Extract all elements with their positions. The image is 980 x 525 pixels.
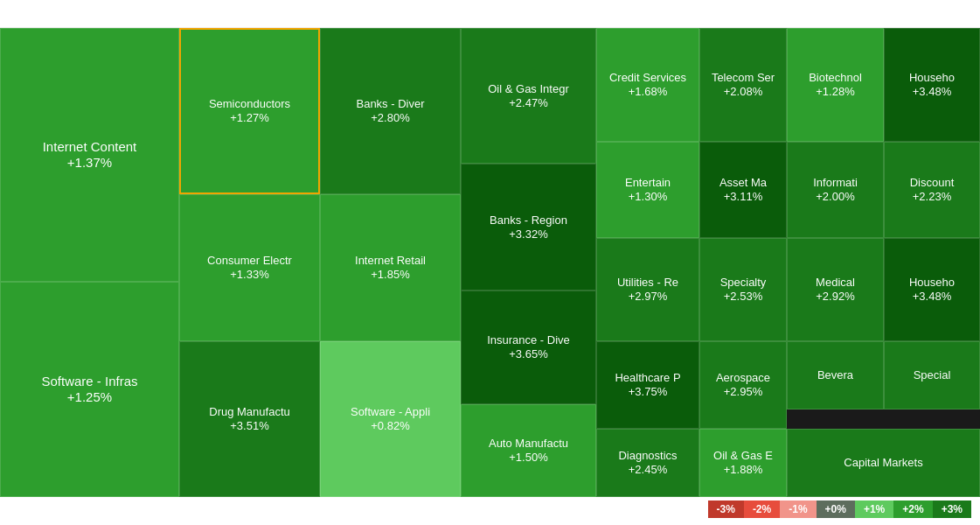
tile-househo[interactable]: Househo+3.48%: [884, 28, 980, 142]
treemap: Internet Content+1.37%Software - Infras+…: [0, 28, 980, 497]
tile-aerospace[interactable]: Aerospace+2.95%: [699, 341, 787, 429]
tile-internet-content[interactable]: Internet Content+1.37%: [0, 28, 179, 282]
tile-semiconductors[interactable]: Semiconductors+1.27%: [179, 28, 320, 194]
legend: -3%-2%-1%+0%+1%+2%+3%: [708, 500, 971, 518]
tile-value-credit-services: +1.68%: [629, 85, 667, 99]
tile-value-aerospace: +2.95%: [724, 385, 762, 399]
tile-bevera[interactable]: Bevera: [787, 341, 884, 410]
tile-name-informati: Informati: [813, 176, 858, 190]
legend-item: -2%: [744, 500, 780, 518]
tile-value-informati: +2.00%: [816, 190, 854, 204]
footer: -3%-2%-1%+0%+1%+2%+3%: [0, 497, 980, 525]
tile-name-medical: Medical: [816, 276, 855, 290]
legend-item: -1%: [780, 500, 816, 518]
tile-name-insurance-dive: Insurance - Dive: [487, 333, 570, 347]
tile-banks-diver[interactable]: Banks - Diver+2.80%: [320, 28, 461, 194]
tile-name-software-infras: Software - Infras: [41, 374, 137, 389]
tile-software-infras[interactable]: Software - Infras+1.25%: [0, 282, 179, 497]
legend-item: +1%: [855, 500, 893, 518]
tile-diagnostics[interactable]: Diagnostics+2.45%: [596, 429, 699, 497]
tile-value-oil-gas-e: +1.88%: [724, 463, 762, 477]
tile-value-banks-diver: +2.80%: [371, 111, 409, 125]
tile-name-diagnostics: Diagnostics: [618, 449, 677, 463]
tile-name-oil-gas-integr: Oil & Gas Integr: [488, 82, 568, 96]
tile-name-banks-diver: Banks - Diver: [356, 97, 424, 111]
tile-name-discount: Discount: [910, 176, 955, 190]
tile-name-telecom-ser: Telecom Ser: [712, 71, 775, 85]
tile-value-banks-region: +3.32%: [509, 228, 547, 242]
tile-value-auto-manufactu: +1.50%: [509, 451, 547, 465]
legend-item: +2%: [893, 500, 932, 518]
tile-telecom-ser[interactable]: Telecom Ser+2.08%: [699, 28, 787, 142]
tile-medical[interactable]: Medical+2.92%: [787, 238, 884, 341]
tile-value-utilities-re: +2.97%: [629, 290, 667, 304]
tile-oil-gas-e[interactable]: Oil & Gas E+1.88%: [699, 429, 787, 497]
tile-name-semiconductors: Semiconductors: [209, 97, 290, 111]
tile-value-telecom-ser: +2.08%: [724, 85, 762, 99]
tile-value-househo2: +3.48%: [913, 290, 951, 304]
tile-name-banks-region: Banks - Region: [490, 214, 567, 228]
tile-healthcare-p[interactable]: Healthcare P+3.75%: [596, 341, 699, 429]
tile-name-biotechnol: Biotechnol: [809, 71, 862, 85]
tile-name-credit-services: Credit Services: [609, 71, 686, 85]
tile-value-diagnostics: +2.45%: [629, 463, 667, 477]
tile-name-consumer-electr: Consumer Electr: [207, 254, 292, 268]
legend-item: -3%: [708, 500, 744, 518]
tile-value-healthcare-p: +3.75%: [629, 385, 667, 399]
tile-name-auto-manufactu: Auto Manufactu: [489, 437, 568, 451]
tile-househo2[interactable]: Househo+3.48%: [884, 238, 980, 341]
tile-value-entertain: +1.30%: [629, 190, 667, 204]
tile-special2[interactable]: Special: [884, 341, 980, 410]
tile-value-internet-retail: +1.85%: [371, 268, 409, 282]
tile-drug-manufactu[interactable]: Drug Manufactu+3.51%: [179, 341, 320, 497]
tile-value-biotechnol: +1.28%: [816, 85, 854, 99]
tile-name-asset-ma: Asset Ma: [719, 176, 767, 190]
tile-capital-markets[interactable]: Capital Markets: [787, 429, 980, 497]
tile-banks-region[interactable]: Banks - Region+3.32%: [461, 164, 596, 290]
tile-internet-retail[interactable]: Internet Retail+1.85%: [320, 194, 461, 341]
tile-consumer-electr[interactable]: Consumer Electr+1.33%: [179, 194, 320, 341]
tile-oil-gas-integr[interactable]: Oil & Gas Integr+2.47%: [461, 28, 596, 164]
tile-name-oil-gas-e: Oil & Gas E: [713, 449, 773, 463]
app-container: Internet Content+1.37%Software - Infras+…: [0, 0, 980, 525]
tile-name-drug-manufactu: Drug Manufactu: [209, 405, 290, 419]
tile-insurance-dive[interactable]: Insurance - Dive+3.65%: [461, 290, 596, 404]
tile-biotechnol[interactable]: Biotechnol+1.28%: [787, 28, 884, 142]
tile-auto-manufactu[interactable]: Auto Manufactu+1.50%: [461, 404, 596, 497]
tile-name-bevera: Bevera: [817, 368, 853, 382]
tile-name-specialty: Specialty: [720, 276, 767, 290]
tile-name-utilities-re: Utilities - Re: [617, 276, 678, 290]
tile-value-specialty: +2.53%: [724, 290, 762, 304]
tile-utilities-re[interactable]: Utilities - Re+2.97%: [596, 238, 699, 341]
tile-value-consumer-electr: +1.33%: [230, 268, 268, 282]
legend-item: +3%: [933, 500, 971, 518]
tile-name-software-appli: Software - Appli: [351, 405, 430, 419]
tile-informati[interactable]: Informati+2.00%: [787, 142, 884, 238]
tile-value-asset-ma: +3.11%: [724, 190, 762, 204]
tile-entertain[interactable]: Entertain+1.30%: [596, 142, 699, 238]
tile-value-insurance-dive: +3.65%: [509, 347, 547, 361]
tile-asset-ma[interactable]: Asset Ma+3.11%: [699, 142, 787, 238]
header: [0, 0, 980, 28]
tile-name-healthcare-p: Healthcare P: [615, 371, 680, 385]
tile-software-appli[interactable]: Software - Appli+0.82%: [320, 341, 461, 497]
tile-value-oil-gas-integr: +2.47%: [509, 96, 547, 110]
tile-name-househo: Househo: [909, 71, 955, 85]
tile-discount[interactable]: Discount+2.23%: [884, 142, 980, 238]
legend-item: +0%: [817, 500, 855, 518]
tile-value-discount: +2.23%: [913, 190, 951, 204]
tile-specialty[interactable]: Specialty+2.53%: [699, 238, 787, 341]
tile-credit-services[interactable]: Credit Services+1.68%: [596, 28, 699, 142]
tile-value-internet-content: +1.37%: [67, 155, 112, 171]
tile-name-househo2: Househo: [909, 276, 955, 290]
tile-value-software-infras: +1.25%: [67, 389, 112, 405]
tile-value-semiconductors: +1.27%: [230, 111, 268, 125]
tile-name-special2: Special: [914, 368, 951, 382]
tile-value-software-appli: +0.82%: [371, 419, 409, 433]
tile-name-capital-markets: Capital Markets: [844, 456, 922, 470]
tile-name-internet-content: Internet Content: [43, 139, 137, 155]
tile-name-aerospace: Aerospace: [716, 371, 770, 385]
tile-value-medical: +2.92%: [816, 290, 854, 304]
tile-name-internet-retail: Internet Retail: [355, 254, 426, 268]
tile-value-drug-manufactu: +3.51%: [230, 419, 268, 433]
